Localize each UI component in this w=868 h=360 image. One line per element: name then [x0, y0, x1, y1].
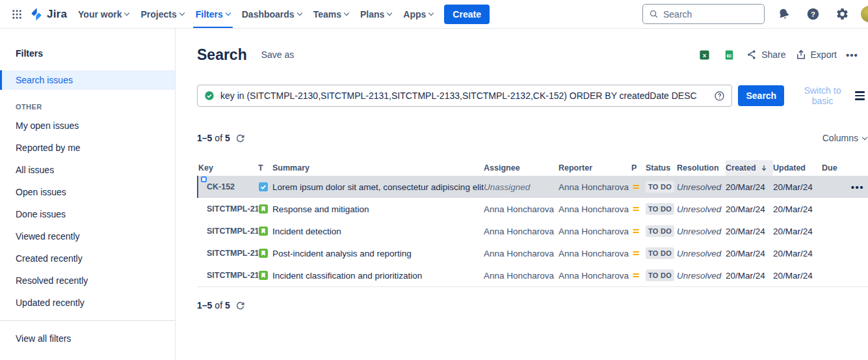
column-header-status[interactable]: Status — [646, 160, 677, 176]
nav-item-dashboards[interactable]: Dashboards — [236, 0, 308, 29]
column-header-updated[interactable]: Updated — [773, 160, 822, 176]
refresh-icon[interactable] — [235, 301, 245, 311]
results-of-label: of — [215, 300, 222, 311]
chevron-down-icon — [179, 10, 184, 16]
export-sheet-icon[interactable] — [721, 44, 737, 65]
issue-assignee: Anna Honcharova — [484, 227, 559, 236]
jql-help-icon[interactable] — [714, 90, 725, 102]
issue-key[interactable]: CK-152 — [198, 182, 258, 191]
issue-key[interactable]: SITCTMPL-2132 — [198, 227, 258, 236]
story-icon — [258, 204, 272, 214]
sidebar-item-all-issues[interactable]: All issues — [0, 159, 175, 181]
sidebar-item-reported-by-me[interactable]: Reported by me — [0, 137, 175, 159]
column-header-priority[interactable]: P — [631, 160, 646, 176]
column-header-type[interactable]: T — [258, 160, 272, 176]
chevron-down-icon — [226, 10, 231, 16]
sidebar-item-open-issues[interactable]: Open issues — [0, 181, 175, 203]
column-header-key[interactable]: Key — [198, 160, 258, 176]
issue-updated-date: 20/Mar/24 — [773, 227, 822, 236]
sidebar-item-search-issues[interactable]: Search issues — [0, 70, 175, 90]
priority-medium-icon — [631, 182, 646, 191]
column-header-assignee[interactable]: Assignee — [484, 160, 559, 176]
table-row[interactable]: SITCTMPL-2132 Incident detection Anna Ho… — [197, 220, 868, 242]
svg-text:?: ? — [811, 10, 815, 18]
results-total: 5 — [225, 300, 230, 311]
refresh-icon[interactable] — [235, 133, 245, 143]
nav-item-projects[interactable]: Projects — [135, 0, 189, 29]
export-button[interactable]: Export — [795, 49, 837, 61]
issue-key[interactable]: SITCTMPL-2133 — [198, 204, 258, 214]
nav-item-your-work[interactable]: Your work — [72, 0, 135, 29]
story-icon — [258, 248, 272, 258]
sidebar-item-updated-recently[interactable]: Updated recently — [0, 292, 175, 314]
issue-created-date: 20/Mar/24 — [726, 227, 773, 236]
table-row[interactable]: SITCTMPL-2133 Response and mitigation An… — [197, 198, 868, 220]
search-icon — [649, 9, 659, 19]
switch-to-basic-link[interactable]: Switch to basic — [793, 85, 852, 106]
table-row[interactable]: SITCTMPL-2131 Post-incident analysis and… — [197, 242, 868, 264]
story-icon — [258, 226, 272, 236]
row-actions-icon[interactable]: ••• — [850, 182, 868, 193]
issue-created-date: 20/Mar/24 — [726, 271, 773, 281]
sidebar-item-my-open-issues[interactable]: My open issues — [0, 115, 175, 137]
save-as-button[interactable]: Save as — [261, 49, 295, 60]
issue-resolution: Unresolved — [677, 182, 726, 192]
issue-assignee: Anna Honcharova — [484, 249, 559, 258]
column-header-summary[interactable]: Summary — [272, 160, 484, 176]
detail-view-toggle-icon[interactable] — [852, 89, 867, 102]
column-header-due[interactable]: Due — [822, 160, 850, 176]
sidebar-item-created-recently[interactable]: Created recently — [0, 247, 175, 270]
global-search[interactable] — [642, 4, 765, 24]
notifications-bell-icon[interactable] — [773, 4, 794, 25]
help-icon[interactable]: ? — [802, 4, 823, 25]
jql-search-button[interactable]: Search — [738, 85, 784, 106]
user-avatar[interactable] — [861, 6, 868, 22]
column-header-resolution[interactable]: Resolution — [677, 160, 726, 176]
sidebar-divider — [0, 320, 175, 321]
nav-item-apps[interactable]: Apps — [397, 0, 439, 29]
sidebar-filter-list: My open issues Reported by me All issues… — [0, 115, 175, 314]
create-button[interactable]: Create — [444, 5, 490, 24]
jql-query-input[interactable]: key in (SITCTMPL-2130,SITCTMPL-2131,SITC… — [197, 85, 732, 107]
results-total: 5 — [225, 133, 230, 143]
sidebar-item-viewed-recently[interactable]: Viewed recently — [0, 225, 175, 247]
nav-item-filters[interactable]: Filters — [190, 0, 236, 29]
nav-item-plans[interactable]: Plans — [354, 0, 397, 29]
sidebar-item-view-all-filters[interactable]: View all filters — [0, 327, 175, 350]
issue-summary[interactable]: Incident classification and prioritizati… — [272, 271, 484, 281]
issue-key[interactable]: SITCTMPL-2130 — [198, 271, 258, 280]
global-search-input[interactable] — [663, 9, 758, 20]
valid-query-check-icon — [204, 90, 215, 101]
export-excel-icon[interactable]: x — [696, 44, 712, 65]
issue-updated-date: 20/Mar/24 — [773, 271, 822, 281]
jira-logo[interactable]: Jira — [27, 7, 72, 22]
share-button[interactable]: Share — [746, 49, 785, 61]
sidebar-item-done-issues[interactable]: Done issues — [0, 203, 175, 225]
more-actions-icon[interactable]: ••• — [846, 49, 868, 61]
column-header-reporter[interactable]: Reporter — [559, 160, 631, 176]
issue-assignee: Unassigned — [484, 182, 559, 192]
priority-medium-icon — [631, 249, 646, 258]
nav-item-teams[interactable]: Teams — [308, 0, 354, 29]
issue-updated-date: 20/Mar/24 — [773, 204, 822, 214]
columns-dropdown[interactable]: Columns — [822, 133, 867, 143]
table-row[interactable]: CK-152 Lorem ipsum dolor sit amet, conse… — [197, 176, 868, 198]
settings-gear-icon[interactable] — [832, 4, 852, 25]
issue-reporter: Anna Honcharova — [559, 227, 631, 236]
chevron-down-icon — [862, 134, 867, 139]
app-switcher-icon[interactable] — [7, 4, 27, 25]
sort-descending-icon — [760, 164, 768, 172]
page-title: Search — [197, 46, 247, 64]
issue-summary[interactable]: Post-incident analysis and reporting — [272, 249, 484, 258]
row-checkbox[interactable] — [201, 176, 207, 182]
priority-medium-icon — [631, 227, 646, 236]
issue-summary[interactable]: Lorem ipsum dolor sit amet, consectetur … — [272, 182, 484, 192]
issue-summary[interactable]: Incident detection — [272, 227, 484, 236]
table-row[interactable]: SITCTMPL-2130 Incident classification an… — [197, 264, 868, 286]
issue-assignee: Anna Honcharova — [484, 271, 559, 281]
issue-summary[interactable]: Response and mitigation — [272, 204, 484, 214]
issue-resolution: Unresolved — [677, 227, 726, 236]
column-header-created-sorted[interactable]: Created — [726, 160, 773, 176]
sidebar-item-resolved-recently[interactable]: Resolved recently — [0, 270, 175, 292]
issue-key[interactable]: SITCTMPL-2131 — [198, 249, 258, 258]
